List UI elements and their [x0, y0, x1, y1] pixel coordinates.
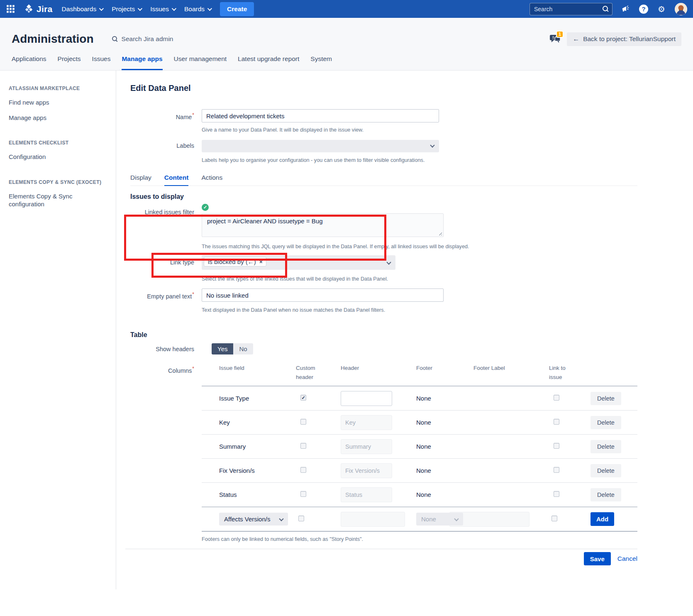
save-button[interactable]: Save — [584, 552, 611, 565]
resize-handle[interactable] — [438, 231, 442, 235]
columns-label: Columns* — [125, 364, 194, 532]
empty-panel-text-input[interactable] — [202, 288, 444, 302]
col-header-footer-label: Footer Label — [473, 364, 549, 373]
col-header-header: Header — [341, 364, 416, 373]
show-headers-label: Show headers — [125, 346, 194, 352]
chevron-down-icon — [99, 6, 104, 10]
custom-header-checkbox[interactable] — [300, 395, 306, 401]
linked-issues-filter-help: The issues matching this JQL query will … — [202, 244, 637, 249]
tab-issues[interactable]: Issues — [92, 55, 111, 70]
empty-panel-text-help: Text displayed in the Data Panel when no… — [202, 307, 637, 313]
tab-display[interactable]: Display — [130, 174, 151, 186]
custom-header-checkbox[interactable] — [300, 467, 306, 473]
footer-select[interactable]: None — [416, 513, 463, 526]
link-to-issue-checkbox[interactable] — [554, 395, 559, 401]
link-to-issue-checkbox[interactable] — [554, 491, 559, 497]
delete-button[interactable]: Delete — [591, 464, 621, 477]
remove-tag-icon[interactable]: × — [259, 259, 263, 265]
sidebar-item-copy-sync-configuration[interactable]: Elements Copy & Sync configuration — [9, 192, 85, 208]
sidebar-item-manage-apps[interactable]: Manage apps — [9, 114, 85, 122]
required-marker: * — [192, 112, 194, 118]
link-to-issue-checkbox[interactable] — [554, 443, 559, 449]
table-row: Fix Version/s None Delete — [202, 459, 637, 483]
tab-system[interactable]: System — [310, 55, 332, 70]
header-input — [341, 415, 392, 430]
labels-select[interactable] — [202, 140, 439, 152]
tab-user-management[interactable]: User management — [174, 55, 227, 70]
tab-projects[interactable]: Projects — [58, 55, 81, 70]
tab-content[interactable]: Content — [164, 174, 189, 186]
custom-header-checkbox[interactable] — [300, 419, 306, 425]
issue-field-select[interactable]: Affects Version/s — [219, 513, 288, 526]
header-input — [341, 463, 392, 478]
issue-field-name: Summary — [219, 443, 296, 450]
global-search-input[interactable] — [530, 3, 612, 15]
user-avatar[interactable] — [675, 3, 687, 15]
delete-button[interactable]: Delete — [591, 488, 621, 501]
tab-applications[interactable]: Applications — [12, 55, 46, 70]
admin-sidebar: ATLASSIAN MARKETPLACE Find new apps Mana… — [0, 71, 116, 589]
issues-to-display-heading: Issues to display — [130, 193, 637, 200]
create-button[interactable]: Create — [220, 2, 254, 16]
sidebar-item-configuration[interactable]: Configuration — [9, 153, 85, 161]
sidebar-item-find-new-apps[interactable]: Find new apps — [9, 98, 85, 107]
panel-tab-bar: Display Content Actions — [130, 174, 637, 186]
header-input[interactable] — [341, 512, 405, 527]
issue-field-name: Fix Version/s — [219, 467, 296, 474]
col-header-footer: Footer — [416, 364, 473, 373]
tab-latest-upgrade-report[interactable]: Latest upgrade report — [238, 55, 299, 70]
back-arrow-icon — [573, 35, 579, 43]
app-switcher-icon[interactable] — [7, 5, 15, 13]
admin-search-label: Search Jira admin — [122, 35, 173, 43]
gear-icon[interactable] — [657, 5, 666, 14]
table-footnote: Footers can only be linked to numerical … — [202, 536, 637, 542]
back-to-project-button[interactable]: Back to project: TellurianSupport — [567, 32, 681, 46]
footer-value: None — [416, 443, 473, 450]
nav-dashboards[interactable]: Dashboards — [62, 5, 103, 13]
tab-manage-apps[interactable]: Manage apps — [122, 55, 162, 70]
sidebar-heading-elements-checklist: ELEMENTS CHECKLIST — [9, 140, 108, 146]
delete-button[interactable]: Delete — [591, 392, 621, 405]
jira-logo[interactable]: Jira — [24, 4, 53, 14]
nav-projects[interactable]: Projects — [112, 5, 141, 13]
search-icon[interactable] — [603, 6, 609, 12]
sidebar-heading-marketplace: ATLASSIAN MARKETPLACE — [9, 86, 108, 91]
megaphone-icon[interactable] — [621, 5, 630, 14]
jira-wordmark: Jira — [37, 4, 53, 14]
admin-search[interactable]: Search Jira admin — [112, 35, 173, 43]
labels-field-label: Labels — [125, 140, 194, 149]
col-header-issue-field: Issue field — [219, 364, 296, 373]
linked-issues-filter-textarea[interactable]: project = AirCleaner AND issuetype = Bug — [202, 213, 444, 237]
global-search — [530, 3, 612, 15]
nav-issues[interactable]: Issues — [150, 5, 175, 13]
page-title: Edit Data Panel — [130, 83, 637, 93]
delete-button[interactable]: Delete — [591, 416, 621, 429]
add-button[interactable]: Add — [591, 512, 614, 526]
link-to-issue-checkbox[interactable] — [554, 467, 559, 473]
issue-field-name: Status — [219, 491, 296, 498]
tab-actions[interactable]: Actions — [201, 174, 222, 186]
main-content: Edit Data Panel Name* Give a name to you… — [116, 71, 693, 589]
link-to-issue-checkbox[interactable] — [554, 419, 559, 425]
custom-header-checkbox[interactable] — [300, 443, 306, 449]
delete-button[interactable]: Delete — [591, 440, 621, 453]
custom-header-checkbox[interactable] — [300, 491, 306, 497]
footer-value: None — [416, 491, 473, 498]
custom-header-checkbox[interactable] — [298, 516, 304, 521]
show-headers-yes[interactable]: Yes — [212, 343, 233, 354]
name-input[interactable] — [202, 109, 439, 122]
header-input[interactable] — [341, 391, 392, 406]
show-headers-no[interactable]: No — [233, 343, 253, 354]
col-header-custom-header: Custom header — [296, 364, 322, 381]
top-navbar: Jira Dashboards Projects Issues Boards C… — [0, 0, 693, 18]
help-icon[interactable] — [639, 5, 648, 14]
link-type-select[interactable]: is blocked by (←) × — [202, 255, 395, 270]
labels-help-text: Labels help you to organise your configu… — [202, 157, 637, 163]
columns-table: Issue field Custom header Header Footer … — [202, 364, 637, 532]
nav-boards[interactable]: Boards — [184, 5, 211, 13]
cancel-link[interactable]: Cancel — [617, 555, 637, 562]
issue-field-name: Issue Type — [219, 395, 296, 402]
required-marker: * — [192, 291, 194, 297]
link-to-issue-checkbox[interactable] — [551, 516, 557, 521]
notifications-icon[interactable]: ! 1 — [549, 33, 562, 45]
